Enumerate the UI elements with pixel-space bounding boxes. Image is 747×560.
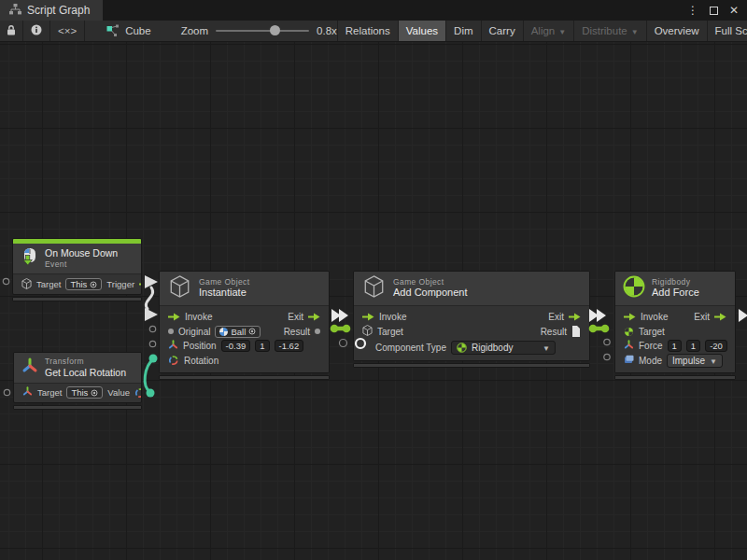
- game-object-icon: [21, 278, 32, 291]
- empty-port[interactable]: [3, 278, 8, 284]
- lock-icon: [7, 25, 16, 37]
- distribute-button[interactable]: Distribute ▼: [574, 21, 647, 41]
- rotation-port-label: Rotation: [184, 356, 218, 366]
- node-add-component[interactable]: Game Object Add Component Invoke Exit: [353, 271, 590, 368]
- target-port-label: Target: [37, 387, 62, 398]
- zoom-slider-handle[interactable]: [270, 25, 280, 35]
- node-footer: [353, 363, 590, 368]
- position-z-field[interactable]: -1.62: [275, 340, 304, 352]
- flow-in-arrow-icon[interactable]: [168, 313, 180, 321]
- flow-connector-triangle[interactable]: [739, 309, 747, 322]
- maximize-icon[interactable]: [706, 3, 721, 18]
- graph-reference[interactable]: Cube: [106, 21, 151, 41]
- node-footer: [13, 405, 142, 410]
- result-output-port[interactable]: [331, 325, 339, 333]
- target-value-chip[interactable]: This: [66, 386, 103, 399]
- node-instantiate[interactable]: Game Object Instantiate Invoke Exit: [159, 271, 330, 380]
- node-subtitle: Event: [45, 259, 118, 270]
- node-supertitle: Game Object: [199, 277, 249, 287]
- empty-port[interactable]: [604, 354, 610, 359]
- hierarchy-icon: [9, 4, 21, 18]
- transform-icon: [21, 357, 38, 378]
- zoom-label: Zoom: [181, 25, 208, 36]
- node-title: Add Force: [652, 287, 699, 300]
- empty-port[interactable]: [4, 389, 9, 395]
- force-x-field[interactable]: 1: [668, 340, 682, 352]
- force-port-label: Force: [639, 341, 663, 351]
- position-y-field[interactable]: 1: [255, 340, 269, 352]
- force-z-field[interactable]: -20: [705, 340, 727, 352]
- flow-connector-triangle[interactable]: [339, 309, 348, 322]
- script-graph-window: Script Graph ⋮ ✕: [0, 0, 747, 560]
- window-controls: ⋮ ✕: [685, 0, 747, 21]
- flow-in-arrow-icon[interactable]: [362, 313, 374, 321]
- target-value-chip[interactable]: This: [65, 278, 102, 290]
- target-port-label: Target: [639, 327, 665, 337]
- target-input-port[interactable]: [343, 325, 351, 333]
- target-input-port[interactable]: [601, 325, 610, 333]
- code-view-button[interactable]: <×>: [50, 21, 85, 41]
- ball-object-icon: [219, 328, 228, 336]
- zoom-slider[interactable]: [216, 30, 309, 32]
- flow-in-arrow-icon[interactable]: [624, 313, 636, 321]
- component-type-dropdown[interactable]: Rigidbody ▼: [451, 341, 556, 355]
- original-value-chip[interactable]: Ball: [215, 326, 261, 338]
- value-port-label: Value: [107, 387, 130, 398]
- position-port-label: Position: [183, 341, 217, 351]
- node-add-force[interactable]: Rigidbody Add Force Invoke Exit: [614, 271, 736, 380]
- result-port-dot[interactable]: [315, 329, 320, 334]
- transform-mini-icon: [22, 386, 33, 399]
- force-y-field[interactable]: 1: [686, 340, 700, 352]
- tab-script-graph[interactable]: Script Graph: [0, 0, 103, 21]
- empty-port[interactable]: [149, 326, 155, 331]
- flow-out-arrow-icon[interactable]: [139, 280, 142, 288]
- flow-out-arrow-icon[interactable]: [308, 313, 320, 321]
- flow-connector-triangle[interactable]: [331, 309, 341, 322]
- node-on-mouse-down[interactable]: On Mouse Down Event Target This Trigger: [12, 238, 142, 301]
- flow-connector-triangle[interactable]: [597, 309, 606, 322]
- chevron-down-icon: ▼: [558, 28, 566, 36]
- data-wire-rotation: [145, 359, 153, 392]
- dim-button[interactable]: Dim: [446, 21, 481, 41]
- value-port-dot[interactable]: [168, 329, 174, 334]
- flow-connector-triangle[interactable]: [145, 275, 158, 288]
- empty-port[interactable]: [149, 341, 155, 346]
- value-output-port[interactable]: [147, 389, 155, 398]
- info-button[interactable]: [23, 21, 50, 41]
- carry-button[interactable]: Carry: [482, 21, 524, 41]
- vector-icon: [624, 340, 634, 352]
- flow-connector-triangle[interactable]: [145, 308, 158, 321]
- node-title: On Mouse Down: [45, 247, 118, 259]
- exit-port-label: Exit: [694, 312, 710, 322]
- document-icon[interactable]: [571, 326, 581, 337]
- lock-button[interactable]: [0, 21, 23, 41]
- game-object-icon: [169, 275, 190, 301]
- overview-button[interactable]: Overview: [647, 21, 708, 41]
- position-x-field[interactable]: -0.39: [221, 340, 251, 352]
- values-button[interactable]: Values: [399, 21, 446, 41]
- flow-out-arrow-icon[interactable]: [569, 313, 581, 321]
- node-title: Add Component: [393, 287, 468, 300]
- flow-out-arrow-icon[interactable]: [714, 313, 726, 321]
- fullscreen-button[interactable]: Full Screen: [708, 21, 747, 41]
- empty-port[interactable]: [340, 340, 347, 347]
- tab-bar: Script Graph ⋮ ✕: [0, 0, 747, 21]
- graph-canvas[interactable]: On Mouse Down Event Target This Trigger: [0, 42, 747, 560]
- rotation-input-port[interactable]: [149, 355, 158, 363]
- mode-dropdown[interactable]: Impulse ▼: [667, 354, 723, 368]
- close-icon[interactable]: ✕: [726, 3, 741, 18]
- align-button[interactable]: Align ▼: [524, 21, 575, 41]
- chevron-down-icon: ▼: [710, 357, 717, 366]
- flow-wire: [146, 287, 152, 309]
- rigidbody-icon: [623, 275, 645, 301]
- node-footer: [614, 375, 736, 380]
- enum-icon: [624, 355, 634, 366]
- node-get-local-rotation[interactable]: Transform Get Local Rotation Target This…: [13, 352, 142, 410]
- window-menu-icon[interactable]: ⋮: [685, 3, 700, 18]
- object-picker-icon: [248, 328, 256, 335]
- invoke-port-label: Invoke: [641, 312, 668, 322]
- flow-connector-triangle[interactable]: [589, 309, 599, 322]
- empty-port[interactable]: [604, 339, 610, 344]
- relations-button[interactable]: Relations: [337, 21, 399, 41]
- target-port-label: Target: [36, 279, 61, 289]
